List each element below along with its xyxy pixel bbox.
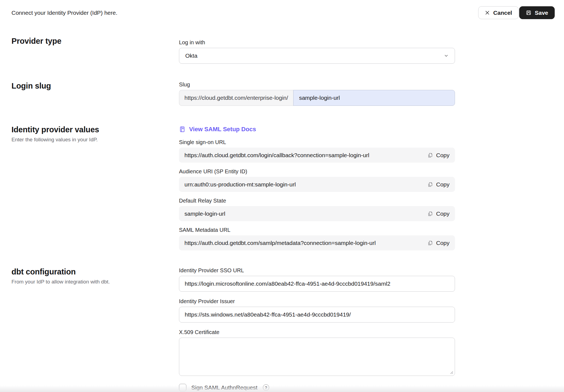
login-with-label: Log in with <box>179 39 455 46</box>
idp-values-left: Identity provider values Enter the follo… <box>11 125 179 143</box>
saml-metadata-label: SAML Metadata URL <box>179 227 455 233</box>
audience-uri-field: urn:auth0:us-production-mt:sample-login-… <box>179 177 455 192</box>
header-actions: Cancel Save <box>478 6 555 19</box>
save-button[interactable]: Save <box>519 6 555 19</box>
chevron-down-icon <box>444 53 449 58</box>
book-icon <box>179 126 186 133</box>
dbt-config-subtitle: From your IdP to allow integration with … <box>11 279 179 285</box>
slug-url-prefix: https://cloud.getdbt.com/enterprise-logi… <box>179 90 293 106</box>
login-slug-fields: Slug https://cloud.getdbt.com/enterprise… <box>179 81 455 106</box>
slug-label: Slug <box>179 81 455 88</box>
sso-url-value: https://auth.cloud.getdbt.com/login/call… <box>184 152 369 159</box>
copy-relay-state-button[interactable]: Copy <box>427 210 450 217</box>
login-with-selected-value: Okta <box>185 52 197 59</box>
sign-authn-row: Sign SAML AuthnRequest ? <box>179 384 455 391</box>
sign-authn-checkbox[interactable] <box>179 384 186 391</box>
copy-button-label: Copy <box>436 210 450 217</box>
idp-values-subtitle: Enter the following values in your IdP. <box>11 137 179 143</box>
view-saml-docs-link[interactable]: View SAML Setup Docs <box>179 125 256 133</box>
provider-type-fields: Log in with Okta <box>179 39 455 64</box>
idp-sso-url-label: Identity Provider SSO URL <box>179 267 455 274</box>
saml-metadata-field: https://auth.cloud.getdbt.com/samlp/meta… <box>179 235 455 250</box>
question-circle-icon[interactable]: ? <box>263 384 269 391</box>
cancel-button[interactable]: Cancel <box>478 6 519 19</box>
copy-saml-metadata-button[interactable]: Copy <box>427 240 450 246</box>
certificate-group: X.509 Certificate <box>179 329 455 376</box>
sso-url-field: https://auth.cloud.getdbt.com/login/call… <box>179 148 455 163</box>
idp-values-heading: Identity provider values <box>11 125 179 134</box>
login-slug-left: Login slug <box>11 81 179 90</box>
saml-metadata-value: https://auth.cloud.getdbt.com/samlp/meta… <box>184 240 376 246</box>
certificate-label: X.509 Certificate <box>179 329 455 335</box>
login-slug-heading: Login slug <box>11 81 179 90</box>
relay-state-label: Default Relay State <box>179 198 455 204</box>
audience-uri-value: urn:auth0:us-production-mt:sample-login-… <box>184 181 296 188</box>
relay-state-value: sample-login-url <box>184 210 225 217</box>
audience-uri-label: Audience URI (SP Entity ID) <box>179 168 455 175</box>
dbt-config-left: dbt configuration From your IdP to allow… <box>11 267 179 285</box>
idp-sso-url-group: Identity Provider SSO URL <box>179 267 455 292</box>
page-description: Connect your Identity Provider (IdP) her… <box>11 10 118 16</box>
save-button-label: Save <box>535 10 548 16</box>
login-with-select[interactable]: Okta <box>179 48 455 64</box>
idp-values-fields: View SAML Setup Docs Single sign-on URL … <box>179 125 455 250</box>
idp-issuer-input[interactable] <box>179 307 455 323</box>
copy-pages-icon <box>427 211 433 217</box>
dbt-config-heading: dbt configuration <box>11 267 179 276</box>
dbt-config-fields: Identity Provider SSO URL Identity Provi… <box>179 267 455 391</box>
copy-audience-uri-button[interactable]: Copy <box>427 181 450 188</box>
certificate-field-wrap <box>179 338 455 376</box>
page-header: Connect your Identity Provider (IdP) her… <box>0 0 564 19</box>
copy-sso-url-button[interactable]: Copy <box>427 152 450 159</box>
idp-sso-url-input[interactable] <box>179 276 455 292</box>
provider-type-left: Provider type <box>11 37 179 46</box>
copy-button-label: Copy <box>436 152 450 159</box>
relay-state-group: Default Relay State sample-login-url Cop… <box>179 198 455 221</box>
cancel-button-label: Cancel <box>493 10 512 16</box>
section-login-slug: Login slug Slug https://cloud.getdbt.com… <box>0 81 564 106</box>
slug-input[interactable] <box>293 90 455 106</box>
copy-pages-icon <box>427 152 433 158</box>
audience-uri-group: Audience URI (SP Entity ID) urn:auth0:us… <box>179 168 455 192</box>
copy-pages-icon <box>427 182 433 188</box>
slug-field-group: https://cloud.getdbt.com/enterprise-logi… <box>179 90 455 106</box>
saml-metadata-group: SAML Metadata URL https://auth.cloud.get… <box>179 227 455 250</box>
section-provider-type: Provider type Log in with Okta <box>0 37 564 64</box>
copy-pages-icon <box>427 240 433 246</box>
certificate-textarea[interactable] <box>179 338 455 376</box>
relay-state-field: sample-login-url Copy <box>179 206 455 221</box>
section-dbt-configuration: dbt configuration From your IdP to allow… <box>0 267 564 391</box>
x-icon <box>485 10 490 15</box>
floppy-disk-icon <box>526 10 531 16</box>
copy-button-label: Copy <box>436 240 450 246</box>
sso-url-label: Single sign-on URL <box>179 139 455 145</box>
provider-type-heading: Provider type <box>11 37 179 46</box>
copy-button-label: Copy <box>436 181 450 188</box>
sign-authn-label: Sign SAML AuthnRequest <box>191 384 257 391</box>
idp-issuer-label: Identity Provider Issuer <box>179 298 455 305</box>
idp-issuer-group: Identity Provider Issuer <box>179 298 455 323</box>
view-saml-docs-label: View SAML Setup Docs <box>189 126 256 133</box>
sso-url-group: Single sign-on URL https://auth.cloud.ge… <box>179 139 455 163</box>
section-identity-provider-values: Identity provider values Enter the follo… <box>0 125 564 250</box>
